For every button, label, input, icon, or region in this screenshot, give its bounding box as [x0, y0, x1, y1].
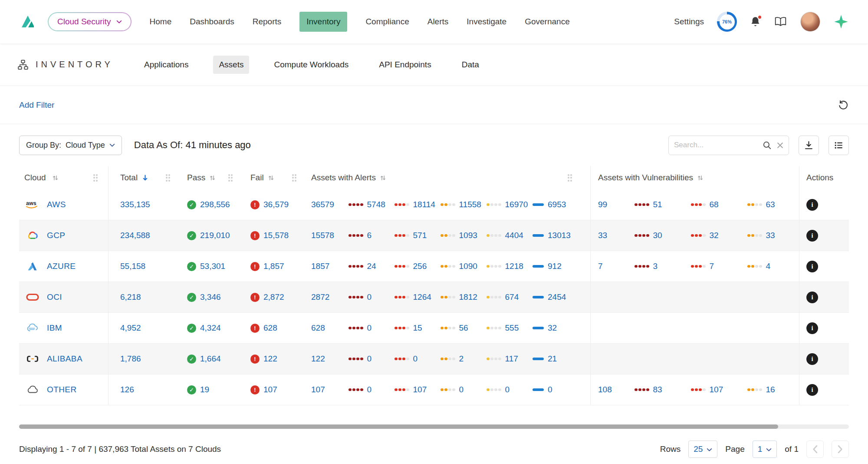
alerts-total-count[interactable]: 1857 — [311, 262, 349, 271]
app-logo-icon[interactable] — [19, 13, 36, 30]
low-count[interactable]: 555 — [505, 323, 519, 333]
critical-count[interactable]: 0 — [367, 323, 372, 333]
alerts-total-count[interactable]: 122 — [311, 354, 349, 364]
sort-icon[interactable] — [209, 175, 216, 181]
ai-sparkle-icon[interactable] — [833, 14, 849, 30]
high-count[interactable]: 107 — [710, 385, 723, 394]
cloud-name-link[interactable]: AZURE — [47, 262, 76, 271]
alerts-total-count[interactable]: 36579 — [311, 200, 349, 209]
pass-count[interactable]: 219,010 — [200, 231, 230, 240]
fail-count[interactable]: 122 — [263, 354, 277, 364]
info-count[interactable]: 6953 — [548, 200, 566, 209]
pass-count[interactable]: 1,664 — [200, 354, 221, 364]
sort-icon[interactable] — [52, 175, 59, 181]
critical-count[interactable]: 51 — [653, 200, 662, 209]
row-info-icon[interactable]: i — [806, 322, 818, 334]
pass-count[interactable]: 53,301 — [200, 262, 225, 271]
total-count[interactable]: 6,218 — [120, 292, 141, 302]
tab-applications[interactable]: Applications — [138, 56, 194, 74]
low-count[interactable]: 4404 — [505, 231, 523, 240]
nav-item-home[interactable]: Home — [150, 12, 172, 32]
row-info-icon[interactable]: i — [806, 199, 818, 211]
low-count[interactable]: 117 — [505, 354, 518, 364]
group-by-dropdown[interactable]: Group By: Cloud Type — [19, 136, 122, 155]
medium-count[interactable]: 0 — [459, 385, 464, 394]
low-count[interactable]: 16970 — [505, 200, 528, 209]
search-icon[interactable] — [762, 140, 772, 150]
cloud-name-link[interactable]: OCI — [47, 292, 62, 302]
search-input[interactable] — [674, 141, 757, 149]
total-count[interactable]: 55,158 — [120, 262, 145, 271]
row-info-icon[interactable]: i — [806, 261, 818, 272]
high-count[interactable]: 0 — [413, 354, 418, 364]
sort-icon[interactable] — [268, 175, 274, 181]
download-button[interactable] — [799, 136, 819, 155]
vulns-total-count[interactable]: 33 — [598, 231, 635, 240]
vulns-total-count[interactable]: 7 — [598, 262, 635, 271]
critical-count[interactable]: 83 — [653, 385, 662, 394]
row-info-icon[interactable]: i — [806, 384, 818, 396]
sort-descending-icon[interactable] — [141, 174, 149, 182]
previous-page-button[interactable] — [806, 441, 824, 458]
table-settings-button[interactable] — [829, 136, 849, 155]
clear-search-icon[interactable] — [777, 142, 783, 149]
medium-count[interactable]: 63 — [766, 200, 775, 209]
docs-book-icon[interactable] — [774, 17, 787, 27]
critical-count[interactable]: 30 — [653, 231, 662, 240]
info-count[interactable]: 21 — [548, 354, 557, 364]
drag-handle-icon[interactable] — [292, 174, 297, 182]
column-header-assets-with-vulnerabilities[interactable]: Assets with Vulnerabilities — [590, 166, 799, 189]
high-count[interactable]: 7 — [710, 262, 714, 271]
critical-count[interactable]: 6 — [367, 231, 372, 240]
tab-compute-workloads[interactable]: Compute Workloads — [268, 56, 354, 74]
fail-count[interactable]: 107 — [263, 385, 277, 394]
pass-count[interactable]: 3,346 — [200, 292, 221, 302]
pass-count[interactable]: 4,324 — [200, 323, 221, 333]
fail-count[interactable]: 628 — [263, 323, 277, 333]
column-header-pass[interactable]: Pass — [185, 166, 247, 189]
low-count[interactable]: 674 — [505, 292, 519, 302]
column-header-fail[interactable]: Fail — [247, 166, 311, 189]
high-count[interactable]: 18114 — [413, 200, 435, 209]
rows-per-page-select[interactable]: 25 — [688, 441, 717, 458]
cloud-name-link[interactable]: ALIBABA — [47, 354, 82, 364]
total-count[interactable]: 234,588 — [120, 231, 150, 240]
cloud-name-link[interactable]: OTHER — [47, 385, 77, 394]
fail-count[interactable]: 2,872 — [263, 292, 284, 302]
info-count[interactable]: 912 — [548, 262, 562, 271]
tab-data[interactable]: Data — [456, 56, 485, 74]
high-count[interactable]: 107 — [413, 385, 427, 394]
reset-filters-icon[interactable] — [838, 99, 849, 111]
fail-count[interactable]: 1,857 — [263, 262, 284, 271]
nav-item-dashboards[interactable]: Dashboards — [190, 12, 234, 32]
high-count[interactable]: 1264 — [413, 292, 431, 302]
add-filter-button[interactable]: Add Filter — [19, 100, 54, 110]
user-avatar[interactable] — [800, 12, 820, 32]
alerts-total-count[interactable]: 628 — [311, 323, 349, 333]
critical-count[interactable]: 5748 — [367, 200, 385, 209]
critical-count[interactable]: 24 — [367, 262, 376, 271]
fail-count[interactable]: 15,578 — [263, 231, 289, 240]
nav-item-reports[interactable]: Reports — [253, 12, 282, 32]
settings-link[interactable]: Settings — [674, 17, 704, 27]
nav-item-compliance[interactable]: Compliance — [365, 12, 409, 32]
medium-count[interactable]: 1090 — [459, 262, 477, 271]
total-count[interactable]: 126 — [120, 385, 134, 394]
critical-count[interactable]: 0 — [367, 292, 372, 302]
vulns-total-count[interactable]: 99 — [598, 200, 635, 209]
page-select[interactable]: 1 — [753, 441, 777, 458]
low-count[interactable]: 0 — [505, 385, 510, 394]
medium-count[interactable]: 2 — [459, 354, 464, 364]
nav-item-alerts[interactable]: Alerts — [427, 12, 449, 32]
cloud-name-link[interactable]: GCP — [47, 231, 65, 240]
tab-api-endpoints[interactable]: API Endpoints — [373, 56, 437, 74]
column-header-total[interactable]: Total — [108, 166, 185, 189]
progress-ring[interactable]: 76% — [717, 12, 737, 32]
critical-count[interactable]: 0 — [367, 354, 372, 364]
medium-count[interactable]: 56 — [459, 323, 468, 333]
column-header-assets-with-alerts[interactable]: Assets with Alerts — [311, 166, 590, 189]
drag-handle-icon[interactable] — [568, 174, 572, 182]
total-count[interactable]: 335,135 — [120, 200, 150, 209]
high-count[interactable]: 15 — [413, 323, 422, 333]
next-page-button[interactable] — [832, 441, 849, 458]
